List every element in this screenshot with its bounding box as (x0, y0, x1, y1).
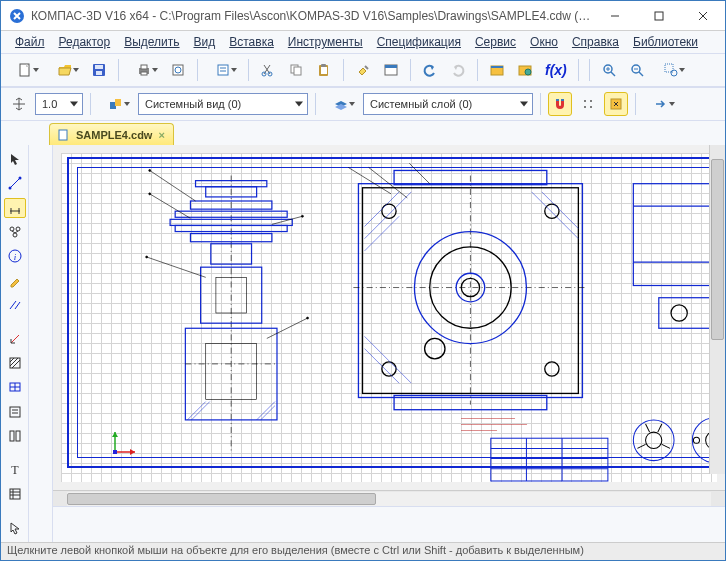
tool-edit[interactable] (4, 270, 26, 290)
canvas-wrap: —————————————————————————— (53, 145, 725, 542)
snap-button[interactable] (7, 92, 31, 116)
svg-rect-76 (10, 407, 20, 417)
svg-point-39 (671, 70, 677, 76)
redo-button[interactable] (446, 58, 470, 82)
zoom-in-button[interactable] (597, 58, 621, 82)
paste-button[interactable] (312, 58, 336, 82)
tool-dimensions[interactable] (4, 198, 26, 218)
document-tab[interactable]: SAMPLE4.cdw × (49, 123, 174, 145)
menu-insert[interactable]: Вставка (223, 33, 280, 51)
svg-line-104 (150, 170, 196, 201)
document-icon (58, 129, 70, 141)
tool-params[interactable] (4, 295, 26, 315)
view-combo[interactable]: Системный вид (0) (138, 93, 308, 115)
svg-rect-2 (655, 12, 663, 20)
preview-button[interactable] (166, 58, 190, 82)
menu-tools[interactable]: Инструменты (282, 33, 369, 51)
menu-view[interactable]: Вид (188, 33, 222, 51)
drawing-canvas[interactable]: —————————————————————————— (53, 145, 725, 490)
tool-hatch[interactable] (4, 353, 26, 373)
minimize-button[interactable] (593, 1, 637, 31)
separator (315, 93, 316, 115)
tool-structure[interactable] (4, 222, 26, 242)
left-toolbox-2 (29, 145, 53, 542)
state-button[interactable] (604, 92, 628, 116)
svg-point-46 (584, 100, 586, 102)
tool-table[interactable] (4, 377, 26, 397)
horizontal-scrollbar[interactable] (53, 490, 725, 506)
menu-help[interactable]: Справка (566, 33, 625, 51)
tool-geometry[interactable] (4, 173, 26, 193)
svg-rect-8 (96, 71, 102, 75)
object-props-button[interactable] (379, 58, 403, 82)
svg-rect-26 (385, 65, 397, 68)
menu-window[interactable]: Окно (524, 33, 564, 51)
svg-line-132 (542, 192, 579, 229)
svg-rect-14 (218, 65, 228, 75)
separator (589, 59, 590, 81)
save-button[interactable] (87, 58, 111, 82)
zoom-region-button[interactable] (653, 58, 689, 82)
scale-combo[interactable]: 1.0 (35, 93, 83, 115)
magnet-button[interactable] (548, 92, 572, 116)
svg-line-64 (15, 231, 18, 233)
maximize-button[interactable] (637, 1, 681, 31)
menu-libraries[interactable]: Библиотеки (627, 33, 704, 51)
separator (635, 93, 636, 115)
drawing-content (53, 145, 725, 490)
arrow-dropdown-button[interactable] (643, 92, 679, 116)
undo-button[interactable] (418, 58, 442, 82)
properties-button[interactable] (205, 58, 241, 82)
tool-sheet[interactable] (4, 484, 26, 504)
scrollbar-thumb[interactable] (711, 159, 724, 340)
separator (197, 59, 198, 81)
copy-button[interactable] (284, 58, 308, 82)
document-tabbar: SAMPLE4.cdw × (1, 121, 725, 145)
open-button[interactable] (47, 58, 83, 82)
tool-pointer[interactable] (4, 149, 26, 169)
annotation-text: —————————————————————————— (461, 415, 527, 433)
svg-point-111 (301, 215, 303, 217)
svg-rect-11 (141, 72, 147, 75)
menu-select[interactable]: Выделить (118, 33, 185, 51)
bottom-panel (53, 506, 725, 542)
fx-button[interactable]: f(x) (541, 62, 571, 78)
library2-button[interactable] (513, 58, 537, 82)
svg-rect-7 (95, 65, 103, 69)
svg-line-136 (348, 167, 391, 193)
svg-line-138 (409, 163, 429, 183)
menu-spec[interactable]: Спецификация (371, 33, 467, 51)
separator (118, 59, 119, 81)
menu-service[interactable]: Сервис (469, 33, 522, 51)
vertical-scrollbar[interactable] (709, 145, 725, 474)
views-button[interactable] (98, 92, 134, 116)
svg-point-62 (13, 233, 17, 237)
svg-line-148 (637, 444, 645, 448)
svg-line-70 (10, 358, 14, 362)
tool-reports[interactable] (4, 426, 26, 446)
svg-rect-164 (113, 450, 117, 454)
tool-info[interactable]: i (4, 246, 26, 266)
menu-editor[interactable]: Редактор (53, 33, 117, 51)
layer-combo[interactable]: Системный слой (0) (363, 93, 533, 115)
print-button[interactable] (126, 58, 162, 82)
layers-button[interactable] (323, 92, 359, 116)
svg-point-143 (671, 305, 687, 321)
tab-close-button[interactable]: × (158, 129, 164, 141)
svg-point-122 (382, 204, 396, 218)
new-button[interactable] (7, 58, 43, 82)
menu-file[interactable]: Файл (9, 33, 51, 51)
format-painter-button[interactable] (351, 58, 375, 82)
tool-measure[interactable] (4, 329, 26, 349)
close-button[interactable] (681, 1, 725, 31)
tool-text[interactable]: T (4, 460, 26, 480)
scrollbar-track[interactable] (67, 492, 711, 506)
zoom-out-button[interactable] (625, 58, 649, 82)
tool-cursor2[interactable] (4, 518, 26, 538)
menubar: Файл Редактор Выделить Вид Вставка Инстр… (1, 31, 725, 53)
tool-spec[interactable] (4, 401, 26, 421)
scrollbar-thumb[interactable] (67, 493, 376, 505)
grid-snap-button[interactable] (576, 92, 600, 116)
library1-button[interactable] (485, 58, 509, 82)
cut-button[interactable] (256, 58, 280, 82)
